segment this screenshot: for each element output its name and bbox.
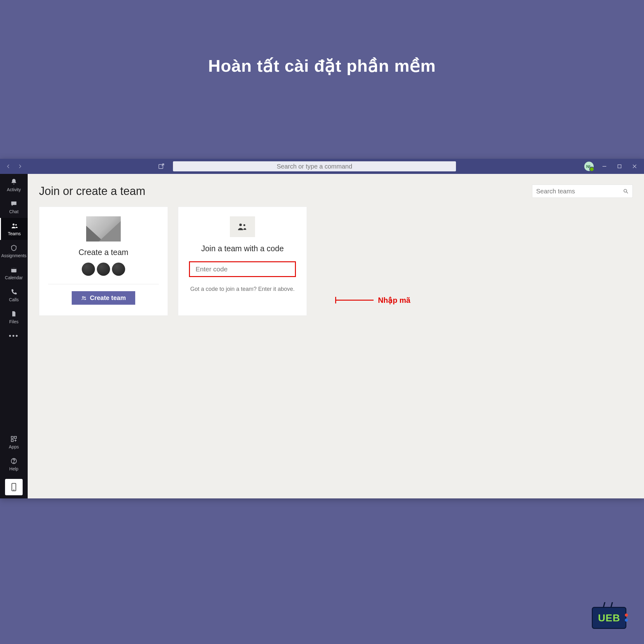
annotation-line: [336, 300, 374, 301]
banner-title: Hoàn tất cài đặt phần mềm: [208, 56, 436, 76]
create-team-title: Create a team: [79, 248, 128, 257]
sidebar-item-label: Files: [9, 319, 19, 324]
search-icon: [623, 188, 629, 194]
brand-logo: UEB: [592, 607, 626, 629]
nav-forward-button[interactable]: [16, 162, 24, 170]
sidebar-item-apps[interactable]: Apps: [0, 431, 28, 453]
search-teams-box[interactable]: [532, 185, 633, 198]
join-team-title: Join a team with a code: [201, 244, 284, 253]
svg-rect-10: [14, 436, 16, 438]
svg-point-19: [84, 297, 85, 298]
svg-point-3: [13, 224, 14, 225]
sidebar-item-teams[interactable]: Teams: [0, 218, 28, 240]
sidebar-item-files[interactable]: Files: [0, 306, 28, 328]
join-team-card: Join a team with a code Got a code to jo…: [178, 207, 307, 316]
chat-icon: [10, 200, 18, 208]
window-maximize-button[interactable]: [615, 162, 624, 171]
phone-icon: [10, 288, 18, 296]
sidebar-item-label: Chat: [9, 209, 19, 214]
join-team-icon-box: [230, 216, 255, 237]
sidebar-item-label: Help: [9, 466, 19, 471]
svg-line-17: [626, 192, 628, 193]
annotation-label: Nhập mã: [378, 296, 410, 305]
svg-rect-0: [159, 164, 163, 169]
user-avatar[interactable]: NL: [584, 162, 594, 171]
svg-rect-6: [11, 268, 17, 269]
sidebar-item-label: Assignments: [1, 253, 26, 258]
create-team-thumbnail: [86, 216, 121, 241]
sidebar-item-label: Calls: [9, 297, 19, 302]
sidebar-item-label: Apps: [9, 444, 19, 449]
window-close-button[interactable]: [630, 162, 639, 171]
svg-point-21: [243, 224, 245, 226]
sidebar-item-calls[interactable]: Calls: [0, 284, 28, 306]
command-search-input[interactable]: [173, 161, 456, 171]
logo-text: UEB: [592, 607, 626, 629]
teams-icon: [10, 222, 19, 230]
download-app-button[interactable]: [5, 479, 23, 495]
join-team-hint: Got a code to join a team? Enter it abov…: [190, 286, 295, 292]
bell-icon: [10, 178, 18, 186]
page-banner: Hoàn tất cài đặt phần mềm: [0, 0, 644, 159]
file-icon: [10, 310, 18, 318]
apps-icon: [10, 435, 18, 443]
sidebar-item-help[interactable]: Help: [0, 453, 28, 475]
sidebar-item-label: Activity: [7, 187, 21, 192]
svg-point-18: [82, 296, 84, 298]
sidebar-item-label: Calendar: [5, 275, 23, 280]
create-team-button[interactable]: Create team: [72, 291, 136, 305]
create-team-button-label: Create team: [90, 294, 126, 302]
assignments-icon: [10, 244, 18, 252]
sidebar-item-label: Teams: [8, 231, 21, 236]
main-content: Join or create a team Create a team: [28, 174, 644, 498]
svg-point-20: [239, 224, 242, 226]
people-icon: [237, 223, 248, 231]
svg-point-13: [14, 462, 14, 463]
sidebar-item-activity[interactable]: Activity: [0, 174, 28, 196]
create-team-card: Create a team Create team: [39, 207, 168, 316]
svg-point-4: [15, 224, 17, 226]
svg-rect-9: [11, 436, 13, 438]
annotation-callout: Nhập mã: [336, 300, 410, 301]
new-chat-icon[interactable]: [157, 162, 165, 170]
divider: [48, 284, 159, 284]
sidebar-item-calendar[interactable]: Calendar: [0, 262, 28, 284]
svg-rect-2: [618, 165, 621, 168]
nav-back-button[interactable]: [4, 162, 13, 170]
sidebar-item-assignments[interactable]: Assignments: [0, 240, 28, 262]
sidebar-more-button[interactable]: •••: [0, 328, 28, 344]
calendar-icon: [10, 266, 18, 274]
title-bar: NL: [0, 159, 644, 174]
svg-rect-11: [11, 440, 13, 441]
teams-window: NL Activity Ch: [0, 159, 644, 498]
svg-point-16: [624, 189, 627, 192]
create-team-plus-icon: [81, 295, 87, 301]
left-rail: Activity Chat Teams Assignments Calendar: [0, 174, 28, 498]
window-minimize-button[interactable]: [600, 162, 609, 171]
help-icon: [10, 457, 18, 465]
search-teams-input[interactable]: [536, 188, 620, 195]
member-avatars: [82, 263, 125, 276]
join-code-input[interactable]: [189, 261, 296, 277]
sidebar-item-chat[interactable]: Chat: [0, 196, 28, 218]
